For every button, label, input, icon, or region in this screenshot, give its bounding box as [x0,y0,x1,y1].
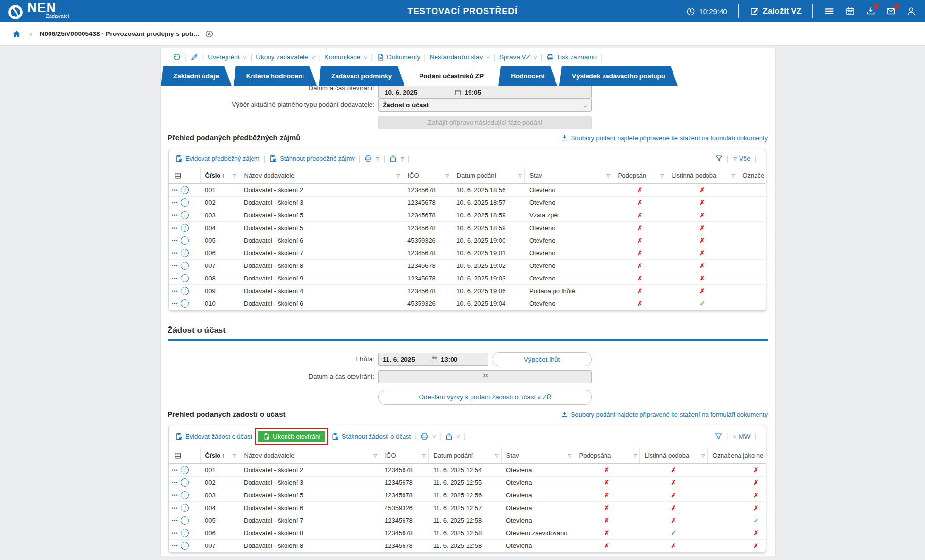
filter-caret-icon[interactable]: ▽ [495,453,499,458]
toolbar-item-4[interactable]: Nestandardní stav▽ [430,53,489,61]
filter-funnel-icon[interactable] [714,432,723,441]
type-select[interactable]: Žádost o účast ⌄ [378,99,592,112]
table-row[interactable]: •••i009Dodavatel - školení 41234567810. … [169,285,766,297]
row-info-button[interactable]: i [181,274,189,282]
table-row[interactable]: •••i010Dodavatel - školení 64535932610. … [169,297,766,310]
column-header-podepsana[interactable]: Podepsána▽ [574,447,639,464]
row-info-button[interactable]: i [181,236,189,245]
column-header-stav[interactable]: Stav▽ [524,167,613,184]
files-download-link[interactable]: Soubory podání najdete připravené ke sta… [561,411,768,418]
toolbar-item-5[interactable]: Správa VZ▽ [499,53,537,61]
row-info-button[interactable]: i [181,224,189,232]
filter-caret-icon[interactable]: ▽ [519,173,522,178]
filter-caret-icon[interactable]: ▽ [661,173,664,178]
table-row[interactable]: •••i003Dodavatel - školení 51234567810. … [169,209,766,222]
row-menu-button[interactable]: ••• [172,506,178,511]
table-row[interactable]: •••i002Dodavatel - školení 31234567811. … [169,477,766,489]
row-info-button[interactable]: i [181,529,189,537]
filter-caret-icon[interactable]: ▽ [568,453,572,458]
row-menu-button[interactable]: ••• [172,493,178,498]
messages-button[interactable] [886,6,896,16]
column-header-datum[interactable]: Datum podání▽ [452,167,524,184]
breadcrumb-record[interactable]: N006/25/V00005438 - Provozování prodejny… [40,30,200,37]
table-row[interactable]: •••i008Dodavatel - školení 91234567810. … [169,272,766,285]
row-info-button[interactable]: i [181,198,189,207]
filter-caret-icon[interactable]: ▽ [732,173,735,178]
table-row[interactable]: •••i005Dodavatel - školení 64535932610. … [169,234,766,247]
table-row[interactable]: •••i001Dodavatel - školení 21234567810. … [169,184,766,197]
export-button[interactable]: ▽ [445,432,460,441]
column-header-listinna[interactable]: Listinná podoba▽ [667,167,738,184]
toolbar-item-0[interactable]: Uveřejnění▽ [208,53,246,61]
row-info-button[interactable]: i [181,491,189,499]
filter-funnel-icon[interactable] [715,154,723,163]
tab-3[interactable]: Podání účastníků ZP [406,66,496,86]
row-info-button[interactable]: i [181,287,189,295]
row-menu-button[interactable]: ••• [172,531,178,536]
row-menu-button[interactable]: ••• [172,289,178,294]
row-menu-button[interactable]: ••• [172,226,178,231]
table-row[interactable]: •••i005Dodavatel - školení 71234567811. … [169,514,766,527]
table-row[interactable]: •••i006Dodavatel - školení 71234567810. … [169,247,766,260]
row-info-button[interactable]: i [181,299,189,308]
column-header-listinna[interactable]: Listinná podoba▽ [639,447,707,464]
table-row[interactable]: •••i002Dodavatel - školení 31234567810. … [169,197,766,209]
odeslani-vyzvy-button[interactable]: Odeslání výzvy k podání žádosti o účast … [378,390,592,405]
table-row[interactable]: •••i004Dodavatel - školení 64535932611. … [169,502,766,514]
filter-preset[interactable]: ▽ Vše [732,155,750,162]
toolbar-item-2[interactable]: Komunikace▽ [324,53,367,61]
stahnout-zadosti-button[interactable]: Stáhnout žádosti o účast [331,432,411,441]
row-info-button[interactable]: i [181,542,189,550]
column-header-datum[interactable]: Datum podání▽ [428,447,501,464]
table-row[interactable]: •••i001Dodavatel - školení 21234567811. … [169,464,766,477]
row-menu-button[interactable]: ••• [172,264,178,268]
filter-caret-icon[interactable]: ▽ [702,453,705,458]
row-menu-button[interactable]: ••• [172,468,178,473]
column-header-cislo[interactable]: Číslo↑▽ [200,167,239,184]
main-menu-button[interactable] [824,6,835,16]
history-button[interactable] [172,53,181,61]
filter-caret-icon[interactable]: ▽ [422,453,426,458]
row-menu-button[interactable]: ••• [172,276,178,281]
filter-caret-icon[interactable]: ▽ [233,453,236,458]
downloads-button[interactable] [866,6,875,16]
tab-0[interactable]: Základní údaje [161,66,232,86]
row-info-button[interactable]: i [181,516,189,525]
row-menu-button[interactable]: ••• [172,301,178,306]
row-info-button[interactable]: i [181,262,189,270]
row-info-button[interactable]: i [181,249,189,257]
row-info-button[interactable]: i [181,478,189,487]
vypocet-lhut-button[interactable]: Výpočet lhůt [492,352,592,366]
table-row[interactable]: •••i006Dodavatel - školení 81234567811. … [169,527,766,540]
table-row[interactable]: •••i007Dodavatel - školení 81234567811. … [169,540,766,552]
print-button[interactable]: ▽ [420,432,436,441]
row-menu-button[interactable]: ••• [172,238,178,243]
tab-2[interactable]: Zadávací podmínky [319,66,404,86]
row-menu-button[interactable]: ••• [172,544,178,548]
column-header-ico[interactable]: IČO▽ [403,167,452,184]
filter-caret-icon[interactable]: ▽ [607,173,610,178]
row-info-button[interactable]: i [181,186,189,194]
row-info-button[interactable]: i [181,211,189,219]
ukoncit-otevirani-button[interactable]: Ukončit otevírání [258,431,325,442]
files-download-link[interactable]: Soubory podání najdete připravené ke sta… [561,134,768,142]
close-record-icon[interactable] [205,30,214,38]
evidovat-zajem-button[interactable]: Evidovat předběžný zájem [175,154,259,163]
stahnout-zajmy-button[interactable]: Stáhnout předběžné zájmy [269,154,355,163]
column-header-oznacena[interactable]: Označe▽ [738,167,766,184]
row-menu-button[interactable]: ••• [172,200,178,205]
toolbar-item-1[interactable]: Úkony zadavatele▽ [256,53,315,61]
brand[interactable]: NEN Zadavatel [7,1,69,21]
column-header-podepsan[interactable]: Podepsán▽ [613,167,667,184]
row-menu-button[interactable]: ••• [172,213,178,218]
row-menu-button[interactable]: ••• [172,251,178,256]
filter-caret-icon[interactable]: ▽ [233,173,236,178]
column-header-cislo[interactable]: Číslo↑▽ [200,447,239,464]
filter-caret-icon[interactable]: ▽ [397,173,400,178]
tab-1[interactable]: Kritéria hodnocení [234,66,317,86]
table-row[interactable]: •••i003Dodavatel - školení 51234567811. … [169,489,766,502]
column-header-nazev[interactable]: Název dodavatele▽ [239,447,380,464]
toolbar-item-6[interactable]: Tisk záznamu [546,53,597,61]
filter-caret-icon[interactable]: ▽ [374,453,377,458]
column-header-ico[interactable]: IČO▽ [380,447,428,464]
